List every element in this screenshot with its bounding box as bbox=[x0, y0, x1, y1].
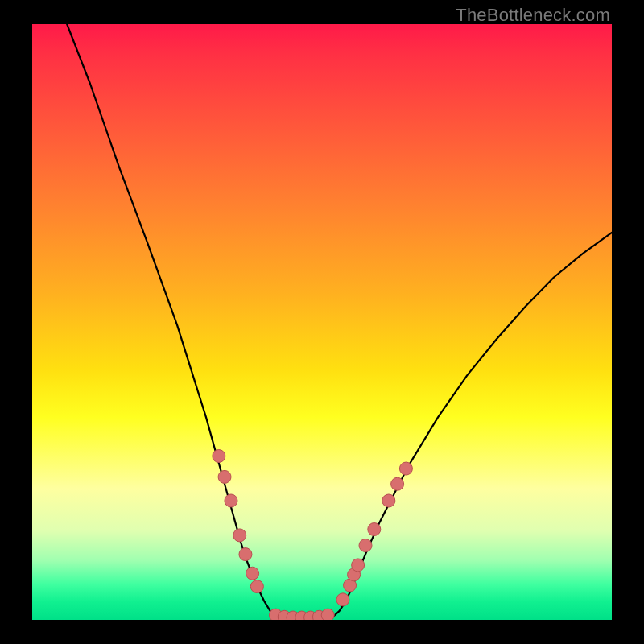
watermark-text: TheBottleneck.com bbox=[456, 5, 610, 26]
data-point-marker bbox=[239, 548, 252, 561]
data-point-marker bbox=[213, 450, 225, 463]
data-point-marker bbox=[218, 470, 231, 483]
chart-svg bbox=[32, 24, 612, 620]
chart-container: TheBottleneck.com bbox=[0, 0, 644, 644]
data-point-marker bbox=[250, 580, 263, 593]
plot-area bbox=[32, 24, 612, 620]
data-point-marker bbox=[382, 494, 395, 507]
data-point-marker bbox=[359, 539, 372, 552]
data-point-marker bbox=[321, 609, 334, 620]
marker-group bbox=[213, 450, 413, 621]
data-point-marker bbox=[352, 559, 365, 572]
data-point-marker bbox=[246, 567, 259, 580]
data-point-marker bbox=[391, 477, 404, 490]
data-point-marker bbox=[399, 462, 412, 475]
curve-group bbox=[67, 24, 612, 619]
data-point-marker bbox=[336, 593, 349, 606]
data-point-marker bbox=[233, 529, 246, 542]
bottleneck-curve bbox=[67, 24, 612, 619]
data-point-marker bbox=[225, 494, 237, 507]
data-point-marker bbox=[368, 523, 381, 536]
